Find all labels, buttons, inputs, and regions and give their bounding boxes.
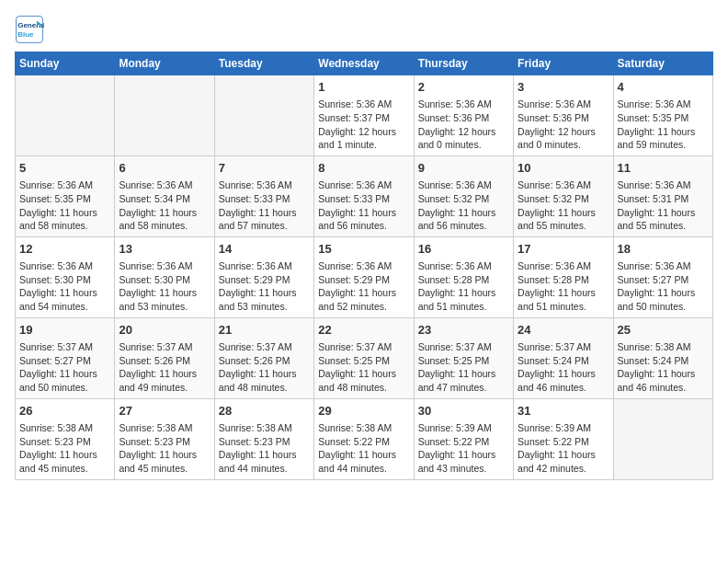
day-info: Sunrise: 5:37 AM Sunset: 5:24 PM Dayligh… bbox=[518, 340, 609, 395]
day-number: 12 bbox=[19, 241, 110, 258]
table-row: 13Sunrise: 5:36 AM Sunset: 5:30 PM Dayli… bbox=[115, 236, 214, 317]
day-number: 15 bbox=[318, 241, 409, 258]
day-number: 27 bbox=[119, 403, 210, 419]
day-number: 6 bbox=[119, 160, 210, 177]
table-row bbox=[16, 75, 115, 156]
day-number: 16 bbox=[418, 241, 509, 258]
table-row: 27Sunrise: 5:38 AM Sunset: 5:23 PM Dayli… bbox=[115, 398, 214, 479]
day-number: 7 bbox=[219, 160, 310, 177]
table-row: 14Sunrise: 5:36 AM Sunset: 5:29 PM Dayli… bbox=[214, 236, 313, 317]
table-row: 8Sunrise: 5:36 AM Sunset: 5:33 PM Daylig… bbox=[314, 155, 414, 236]
table-row: 30Sunrise: 5:39 AM Sunset: 5:22 PM Dayli… bbox=[414, 398, 513, 479]
day-info: Sunrise: 5:36 AM Sunset: 5:28 PM Dayligh… bbox=[518, 259, 609, 314]
table-row: 15Sunrise: 5:36 AM Sunset: 5:29 PM Dayli… bbox=[314, 236, 414, 317]
day-number: 26 bbox=[19, 403, 110, 419]
table-row bbox=[613, 398, 712, 479]
day-number: 19 bbox=[19, 322, 110, 339]
day-info: Sunrise: 5:36 AM Sunset: 5:32 PM Dayligh… bbox=[518, 178, 609, 233]
day-info: Sunrise: 5:39 AM Sunset: 5:22 PM Dayligh… bbox=[418, 421, 509, 476]
day-number: 30 bbox=[418, 403, 509, 419]
day-info: Sunrise: 5:36 AM Sunset: 5:33 PM Dayligh… bbox=[219, 178, 310, 233]
table-row: 3Sunrise: 5:36 AM Sunset: 5:36 PM Daylig… bbox=[514, 75, 613, 156]
table-row: 7Sunrise: 5:36 AM Sunset: 5:33 PM Daylig… bbox=[214, 155, 313, 236]
table-row: 28Sunrise: 5:38 AM Sunset: 5:23 PM Dayli… bbox=[214, 398, 313, 479]
table-row: 5Sunrise: 5:36 AM Sunset: 5:35 PM Daylig… bbox=[16, 155, 115, 236]
day-number: 21 bbox=[219, 322, 310, 339]
svg-text:Blue: Blue bbox=[17, 30, 34, 39]
day-number: 13 bbox=[119, 241, 210, 258]
day-number: 28 bbox=[219, 403, 310, 419]
table-row: 11Sunrise: 5:36 AM Sunset: 5:31 PM Dayli… bbox=[613, 155, 712, 236]
day-number: 1 bbox=[318, 79, 409, 96]
day-info: Sunrise: 5:36 AM Sunset: 5:30 PM Dayligh… bbox=[119, 259, 210, 314]
table-row: 1Sunrise: 5:36 AM Sunset: 5:37 PM Daylig… bbox=[314, 75, 414, 156]
table-row: 19Sunrise: 5:37 AM Sunset: 5:27 PM Dayli… bbox=[16, 317, 115, 398]
day-info: Sunrise: 5:36 AM Sunset: 5:35 PM Dayligh… bbox=[19, 178, 110, 233]
day-info: Sunrise: 5:36 AM Sunset: 5:37 PM Dayligh… bbox=[318, 98, 409, 152]
column-header-saturday: Saturday bbox=[613, 52, 712, 75]
day-info: Sunrise: 5:36 AM Sunset: 5:36 PM Dayligh… bbox=[418, 98, 509, 152]
table-row: 21Sunrise: 5:37 AM Sunset: 5:26 PM Dayli… bbox=[214, 317, 313, 398]
day-info: Sunrise: 5:36 AM Sunset: 5:28 PM Dayligh… bbox=[418, 259, 509, 314]
day-number: 23 bbox=[418, 322, 509, 339]
table-row: 31Sunrise: 5:39 AM Sunset: 5:22 PM Dayli… bbox=[514, 398, 613, 479]
day-info: Sunrise: 5:37 AM Sunset: 5:25 PM Dayligh… bbox=[418, 340, 509, 395]
column-header-tuesday: Tuesday bbox=[214, 52, 313, 75]
day-info: Sunrise: 5:37 AM Sunset: 5:27 PM Dayligh… bbox=[19, 340, 110, 395]
calendar-table: SundayMondayTuesdayWednesdayThursdayFrid… bbox=[15, 52, 713, 480]
day-number: 18 bbox=[618, 241, 709, 258]
column-header-wednesday: Wednesday bbox=[314, 52, 414, 75]
day-number: 24 bbox=[518, 322, 609, 339]
table-row: 24Sunrise: 5:37 AM Sunset: 5:24 PM Dayli… bbox=[514, 317, 613, 398]
day-info: Sunrise: 5:38 AM Sunset: 5:23 PM Dayligh… bbox=[119, 421, 210, 476]
day-info: Sunrise: 5:36 AM Sunset: 5:29 PM Dayligh… bbox=[219, 259, 310, 314]
day-info: Sunrise: 5:36 AM Sunset: 5:29 PM Dayligh… bbox=[318, 259, 409, 314]
day-number: 29 bbox=[318, 403, 409, 419]
table-row: 29Sunrise: 5:38 AM Sunset: 5:22 PM Dayli… bbox=[314, 398, 414, 479]
table-row: 12Sunrise: 5:36 AM Sunset: 5:30 PM Dayli… bbox=[16, 236, 115, 317]
day-number: 31 bbox=[518, 403, 609, 419]
day-info: Sunrise: 5:39 AM Sunset: 5:22 PM Dayligh… bbox=[518, 421, 609, 476]
table-row bbox=[214, 75, 313, 156]
column-header-friday: Friday bbox=[514, 52, 613, 75]
day-info: Sunrise: 5:37 AM Sunset: 5:26 PM Dayligh… bbox=[119, 340, 210, 395]
column-header-monday: Monday bbox=[115, 52, 214, 75]
table-row: 9Sunrise: 5:36 AM Sunset: 5:32 PM Daylig… bbox=[414, 155, 513, 236]
day-info: Sunrise: 5:36 AM Sunset: 5:34 PM Dayligh… bbox=[119, 178, 210, 233]
day-number: 14 bbox=[219, 241, 310, 258]
day-info: Sunrise: 5:38 AM Sunset: 5:23 PM Dayligh… bbox=[19, 421, 110, 476]
day-number: 11 bbox=[618, 160, 709, 177]
column-header-thursday: Thursday bbox=[414, 52, 513, 75]
logo: General Blue bbox=[15, 15, 48, 44]
day-number: 4 bbox=[618, 79, 709, 96]
day-info: Sunrise: 5:38 AM Sunset: 5:22 PM Dayligh… bbox=[318, 421, 409, 476]
table-row: 6Sunrise: 5:36 AM Sunset: 5:34 PM Daylig… bbox=[115, 155, 214, 236]
day-info: Sunrise: 5:36 AM Sunset: 5:31 PM Dayligh… bbox=[618, 178, 709, 233]
day-info: Sunrise: 5:37 AM Sunset: 5:26 PM Dayligh… bbox=[219, 340, 310, 395]
table-row: 22Sunrise: 5:37 AM Sunset: 5:25 PM Dayli… bbox=[314, 317, 414, 398]
table-row: 10Sunrise: 5:36 AM Sunset: 5:32 PM Dayli… bbox=[514, 155, 613, 236]
svg-text:General: General bbox=[17, 21, 44, 29]
day-info: Sunrise: 5:36 AM Sunset: 5:36 PM Dayligh… bbox=[518, 98, 609, 152]
day-info: Sunrise: 5:36 AM Sunset: 5:27 PM Dayligh… bbox=[618, 259, 709, 314]
day-number: 5 bbox=[19, 160, 110, 177]
day-info: Sunrise: 5:36 AM Sunset: 5:35 PM Dayligh… bbox=[618, 98, 709, 152]
table-row: 16Sunrise: 5:36 AM Sunset: 5:28 PM Dayli… bbox=[414, 236, 513, 317]
day-number: 9 bbox=[418, 160, 509, 177]
day-number: 22 bbox=[318, 322, 409, 339]
table-row: 4Sunrise: 5:36 AM Sunset: 5:35 PM Daylig… bbox=[613, 75, 712, 156]
table-row: 2Sunrise: 5:36 AM Sunset: 5:36 PM Daylig… bbox=[414, 75, 513, 156]
table-row: 25Sunrise: 5:38 AM Sunset: 5:24 PM Dayli… bbox=[613, 317, 712, 398]
day-info: Sunrise: 5:38 AM Sunset: 5:23 PM Dayligh… bbox=[219, 421, 310, 476]
day-number: 3 bbox=[518, 79, 609, 96]
day-info: Sunrise: 5:36 AM Sunset: 5:32 PM Dayligh… bbox=[418, 178, 509, 233]
column-header-sunday: Sunday bbox=[16, 52, 115, 75]
table-row: 26Sunrise: 5:38 AM Sunset: 5:23 PM Dayli… bbox=[16, 398, 115, 479]
table-row: 17Sunrise: 5:36 AM Sunset: 5:28 PM Dayli… bbox=[514, 236, 613, 317]
table-row bbox=[115, 75, 214, 156]
table-row: 18Sunrise: 5:36 AM Sunset: 5:27 PM Dayli… bbox=[613, 236, 712, 317]
logo-icon: General Blue bbox=[15, 15, 44, 44]
day-number: 8 bbox=[318, 160, 409, 177]
day-number: 10 bbox=[518, 160, 609, 177]
table-row: 23Sunrise: 5:37 AM Sunset: 5:25 PM Dayli… bbox=[414, 317, 513, 398]
